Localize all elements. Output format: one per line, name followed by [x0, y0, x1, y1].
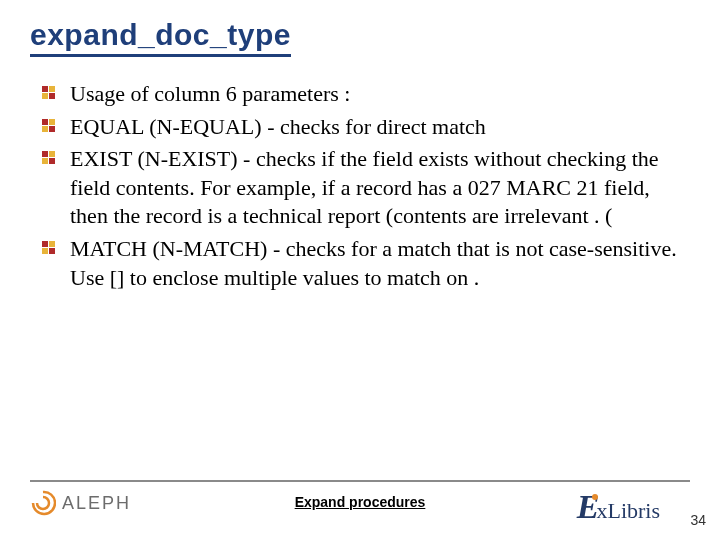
list-item-text: EXIST (N-EXIST) - checks if the field ex… [70, 146, 659, 228]
dot-icon [592, 494, 598, 500]
list-item: MATCH (N-MATCH) - checks for a match tha… [42, 235, 690, 292]
svg-rect-12 [42, 241, 48, 247]
svg-rect-11 [49, 158, 55, 164]
bullet-icon [42, 86, 56, 100]
svg-rect-9 [49, 151, 55, 157]
list-item: EXIST (N-EXIST) - checks if the field ex… [42, 145, 690, 231]
exlibris-logo: E xLibris [577, 488, 660, 526]
footer: ALEPH Expand procedures E xLibris 34 [0, 480, 720, 540]
list-item: Usage of column 6 parameters : [42, 80, 690, 109]
svg-rect-5 [49, 119, 55, 125]
list-item: EQUAL (N-EQUAL) - checks for direct matc… [42, 113, 690, 142]
page-number: 34 [690, 512, 706, 528]
bullet-icon [42, 241, 56, 255]
svg-rect-1 [49, 86, 55, 92]
svg-rect-10 [42, 158, 48, 164]
bullet-icon [42, 151, 56, 165]
svg-rect-8 [42, 151, 48, 157]
list-item-text: MATCH (N-MATCH) - checks for a match tha… [70, 236, 677, 290]
svg-rect-13 [49, 241, 55, 247]
svg-rect-14 [42, 248, 48, 254]
svg-rect-3 [49, 93, 55, 99]
svg-rect-7 [49, 126, 55, 132]
svg-rect-0 [42, 86, 48, 92]
exlibris-rest: xLibris [596, 498, 660, 524]
svg-rect-4 [42, 119, 48, 125]
slide-body: Usage of column 6 parameters : EQUAL (N-… [42, 80, 690, 296]
footer-divider [30, 480, 690, 482]
slide: expand_doc_type Usage of column 6 parame… [0, 0, 720, 540]
exlibris-e: E [577, 488, 600, 526]
bullet-icon [42, 119, 56, 133]
svg-rect-6 [42, 126, 48, 132]
slide-title: expand_doc_type [30, 18, 291, 57]
svg-rect-2 [42, 93, 48, 99]
list-item-text: Usage of column 6 parameters : [70, 81, 350, 106]
list-item-text: EQUAL (N-EQUAL) - checks for direct matc… [70, 114, 486, 139]
svg-rect-15 [49, 248, 55, 254]
